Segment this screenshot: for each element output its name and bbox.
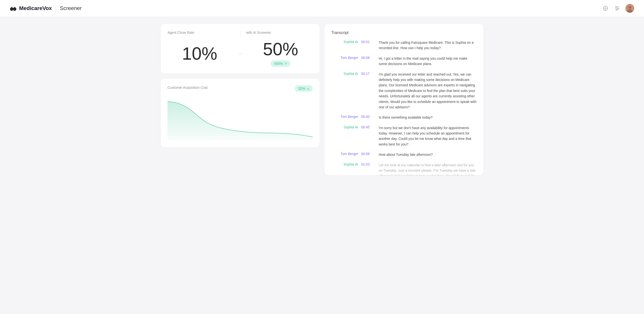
transcript-row: Sophia AI 01:03 Let me look at our calen… [331,162,476,175]
logo-text-label: MedicareVox [19,5,52,12]
transcript-card: Transcript Sophia AI 00:01 Thank you for… [324,24,483,175]
transcript-row: Sophia AI 00:01 Thank you for calling Fa… [331,40,476,51]
close-rate-content: 10% → 50% 400% ↗ [168,40,313,67]
cac-badge-text: 32% [298,86,305,90]
svg-point-13 [616,6,616,7]
timestamp: 00:01 [361,40,376,44]
transcript-row: Tom Berger 00:58 How about Tuesday late … [331,152,476,157]
logo-icon [10,6,18,11]
rate-with-ai: 50% 400% ↗ [248,40,313,67]
transcript-text: How about Tuesday late afternoon? [379,152,476,157]
sliders-icon[interactable] [614,5,620,12]
rate-without-ai: 10% [168,45,232,62]
transcript-row: Sophia AI 00:17 I'm glad you received ou… [331,72,476,110]
cac-header: Customer Acquisition Cost 32% ↘ [168,85,313,92]
transcript-row: Sophia AI 00:45 I'm sorry but we don't h… [331,125,476,147]
timestamp: 01:03 [361,162,376,166]
rate-increase-badge: 400% ↗ [271,60,290,67]
transcript-text: Thank you for calling Fairsquare Medicar… [379,40,476,51]
transcript-text: I'm glad you received our letter and rea… [379,72,476,110]
close-rate-card: Agent Close Rate with AI Screener 10% → … [161,24,320,74]
timestamp: 00:17 [361,72,376,76]
main-content: Agent Close Rate with AI Screener 10% → … [151,17,493,182]
transcript-text: Hi, I got a letter in the mail saying yo… [379,56,476,67]
speaker-label: Sophia AI [331,162,358,166]
transcript-row: Tom Berger 00:40 Is there something avai… [331,115,476,120]
settings-icon[interactable] [602,5,609,12]
left-panel: Agent Close Rate with AI Screener 10% → … [161,24,320,175]
logo: MedicareVox [10,5,52,12]
speaker-label: Tom Berger [331,56,358,60]
rate-with-ai-value: 50% [263,40,298,58]
with-ai-label: with AI Screener [246,30,313,34]
transcript-text: I'm sorry but we don't have any availabi… [379,125,476,147]
header-title: Screener [60,5,82,12]
speaker-label: Sophia AI [331,40,358,44]
speaker-label: Tom Berger [331,152,358,156]
header-left: MedicareVox Screener [10,5,82,12]
timestamp: 00:08 [361,56,376,60]
cac-badge: 32% ↘ [295,85,313,92]
timestamp: 00:40 [361,115,376,118]
svg-point-15 [616,9,617,10]
cac-badge-arrow: ↘ [306,86,309,90]
transcript-text: Is there something available today? [379,115,476,120]
arrow-right-icon: → [237,50,244,58]
badge-text: 400% [274,62,283,66]
transcript-row: Tom Berger 00:08 Hi, I got a letter in t… [331,56,476,67]
svg-point-17 [628,6,631,9]
rate-divider: → [232,50,248,58]
cac-label: Customer Acquisition Cost [168,86,208,90]
svg-point-14 [618,8,618,9]
transcript-rows: Sophia AI 00:01 Thank you for calling Fa… [331,40,476,175]
transcript-title: Transcript [331,30,476,35]
avatar[interactable] [626,4,634,13]
timestamp: 00:58 [361,152,376,156]
cac-card: Customer Acquisition Cost 32% ↘ [161,78,320,148]
timestamp: 00:45 [361,125,376,129]
header-right [602,4,634,13]
header-divider [56,5,56,12]
speaker-label: Sophia AI [331,72,358,76]
speaker-label: Tom Berger [331,115,358,118]
rate-without-ai-value: 10% [168,45,232,62]
close-rate-label: Agent Close Rate [168,30,234,34]
transcript-text: Let me look at our calendar to find a la… [379,162,476,175]
header: MedicareVox Screener [0,0,644,17]
badge-arrow: ↗ [284,62,287,66]
speaker-label: Sophia AI [331,125,358,129]
svg-point-5 [605,8,606,9]
cac-chart [168,96,313,140]
